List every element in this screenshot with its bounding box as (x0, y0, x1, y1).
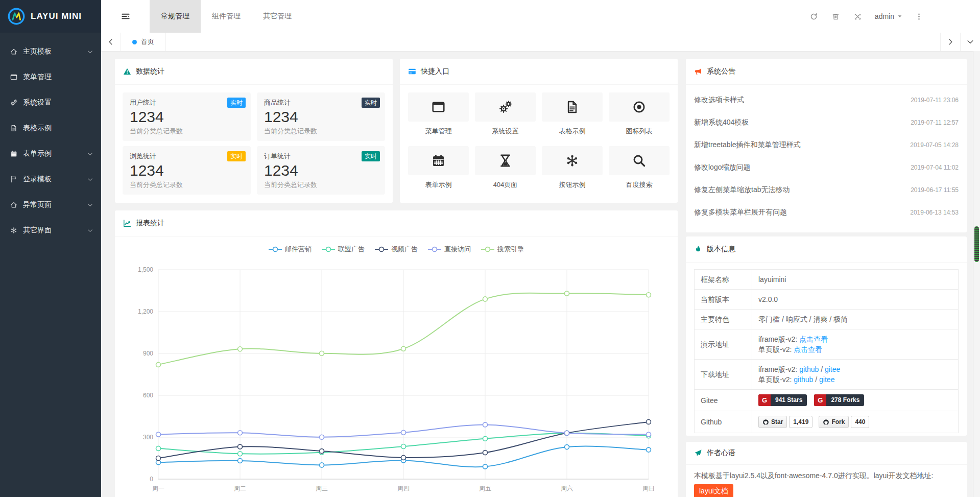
shortcut-6[interactable]: 按钮示例 (542, 146, 603, 190)
github-star-button[interactable]: Star (758, 416, 787, 428)
sidebar-item-6[interactable]: 异常页面 (0, 192, 101, 218)
shortcut-3[interactable]: 图标列表 (609, 92, 670, 136)
announcements-panel: 系统公告 修改选项卡样式2019-07-11 23:06新增系统404模板201… (686, 59, 967, 232)
tabbar-spacer (166, 33, 940, 51)
announcement-row-1[interactable]: 新增系统404模板2019-07-11 12:57 (694, 111, 959, 134)
stats-panel: 数据统计 用户统计1234当前分类总记录数实时商品统计1234当前分类总记录数实… (115, 59, 393, 203)
legend-marker (322, 246, 335, 252)
chart-legend: 邮件营销联盟广告视频广告直接访问搜索引擎 (115, 236, 678, 255)
stat-value: 1234 (130, 161, 244, 180)
version-row-2: 主要特色零门槛 / 响应式 / 清爽 / 极简 (695, 310, 959, 329)
svg-text:周三: 周三 (316, 485, 328, 492)
shortcut-label: 图标列表 (609, 127, 670, 136)
shortcut-label: 菜单管理 (408, 127, 469, 136)
trash-icon[interactable] (825, 13, 847, 20)
shortcut-7[interactable]: 百度搜索 (609, 146, 670, 190)
legend-item-0[interactable]: 邮件营销 (269, 245, 312, 254)
shortcut-label: 百度搜索 (609, 180, 670, 190)
shortcut-4[interactable]: 表单示例 (408, 146, 469, 190)
shortcut-1[interactable]: 系统设置 (475, 92, 536, 136)
stat-value: 1234 (264, 108, 378, 126)
legend-item-4[interactable]: 搜索引擎 (481, 245, 524, 254)
header-nav-tab-1[interactable]: 组件管理 (201, 0, 252, 33)
refresh-icon[interactable] (803, 13, 825, 20)
link-github[interactable]: github (794, 375, 813, 384)
legend-item-1[interactable]: 联盟广告 (322, 245, 365, 254)
version-panel-title: 版本信息 (707, 245, 735, 254)
gitee-badge[interactable]: G278 Forks (814, 394, 864, 406)
announcement-row-2[interactable]: 新增treetable插件和菜单管理样式2019-07-05 14:28 (694, 134, 959, 156)
announcement-row-3[interactable]: 修改logo缩放问题2019-07-04 11:02 (694, 156, 959, 179)
legend-item-3[interactable]: 直接访问 (428, 245, 471, 254)
chevron-down-icon (87, 177, 93, 182)
header-nav-tab-2[interactable]: 其它管理 (252, 0, 303, 33)
sidebar-item-label: 主页模板 (23, 47, 52, 56)
version-row-value: 零门槛 / 响应式 / 清爽 / 极简 (752, 310, 959, 329)
sidebar-item-3[interactable]: 表格示例 (0, 115, 101, 141)
scrollbar-thumb[interactable] (974, 226, 979, 262)
status-badge: 实时 (227, 151, 246, 161)
announcement-date: 2019-07-05 14:28 (910, 141, 959, 149)
announcement-row-4[interactable]: 修复左侧菜单缩放tab无法移动2019-06-17 11:55 (694, 179, 959, 201)
announcement-row-0[interactable]: 修改选项卡样式2019-07-11 23:06 (694, 89, 959, 111)
sidebar-item-0[interactable]: 主页模板 (0, 39, 101, 64)
shortcuts-panel-title: 快捷入口 (421, 67, 449, 76)
svg-text:300: 300 (143, 434, 153, 441)
fullscreen-icon[interactable] (847, 13, 869, 20)
svg-text:900: 900 (143, 350, 153, 357)
calendar-icon (10, 150, 18, 157)
header-actions: admin (803, 0, 980, 33)
sidebar-item-1[interactable]: 菜单管理 (0, 64, 101, 90)
stat-label: 用户统计 (130, 98, 244, 107)
shortcut-0[interactable]: 菜单管理 (408, 92, 469, 136)
sidebar-item-2[interactable]: 系统设置 (0, 90, 101, 115)
sidebar: LAYUI MINI 主页模板菜单管理系统设置表格示例表单示例登录模板异常页面其… (0, 0, 101, 497)
version-row-value: v2.0.0 (752, 290, 959, 310)
link-github[interactable]: github (799, 365, 819, 373)
shortcut-5[interactable]: 404页面 (475, 146, 536, 190)
user-menu[interactable]: admin (869, 12, 909, 20)
link-点击查看[interactable]: 点击查看 (799, 335, 828, 343)
gitee-badge[interactable]: G941 Stars (758, 394, 807, 406)
github-badge-star: Star1,419 (758, 416, 812, 428)
shortcut-label: 表单示例 (408, 180, 469, 190)
link-点击查看[interactable]: 点击查看 (794, 345, 822, 353)
stat-label: 订单统计 (264, 152, 378, 161)
sidebar-item-label: 表单示例 (23, 149, 52, 158)
stats-panel-title: 数据统计 (136, 67, 164, 76)
tabs-menu-button[interactable] (960, 33, 980, 51)
sidebar-item-4[interactable]: 表单示例 (0, 141, 101, 167)
more-menu-button[interactable] (909, 13, 929, 20)
github-star-count[interactable]: 1,419 (789, 416, 812, 428)
page-scrollbar[interactable] (973, 51, 980, 497)
tab-home[interactable]: 首页 (121, 33, 166, 51)
tabs-scroll-right-button[interactable] (940, 33, 960, 51)
svg-text:1,200: 1,200 (138, 308, 153, 315)
app-logo[interactable]: LAYUI MINI (0, 0, 101, 33)
tabs-scroll-left-button[interactable] (101, 33, 121, 51)
github-fork-count[interactable]: 440 (851, 416, 869, 428)
shortcut-2[interactable]: 表格示例 (542, 92, 603, 136)
menu-collapse-button[interactable] (101, 0, 150, 33)
home-icon (10, 201, 18, 208)
tab-bar: 首页 (101, 33, 980, 52)
version-row-3: 演示地址iframe版-v2: 点击查看单页版-v2: 点击查看 (695, 329, 959, 360)
fire-icon (694, 245, 702, 253)
stat-value: 1234 (264, 161, 378, 180)
legend-item-2[interactable]: 视频广告 (375, 245, 418, 254)
sidebar-item-5[interactable]: 登录模板 (0, 167, 101, 192)
credit-card-icon (408, 67, 416, 76)
svg-text:周六: 周六 (561, 485, 573, 492)
github-fork-button[interactable]: Fork (819, 416, 849, 428)
announcement-row-5[interactable]: 修复多模块菜单栏展开有问题2019-06-13 14:53 (694, 201, 959, 224)
legend-marker (481, 246, 494, 252)
link-gitee[interactable]: gitee (819, 375, 834, 384)
chevron-right-icon (947, 38, 954, 45)
header-nav-tab-0[interactable]: 常规管理 (150, 0, 201, 33)
gears-icon (10, 99, 18, 106)
github-badge-fork: Fork440 (819, 416, 869, 428)
link-gitee[interactable]: gitee (825, 365, 840, 373)
layui-doc-button[interactable]: layui文档 (694, 484, 733, 497)
version-row-1: 当前版本v2.0.0 (695, 290, 959, 310)
sidebar-item-7[interactable]: 其它界面 (0, 218, 101, 243)
